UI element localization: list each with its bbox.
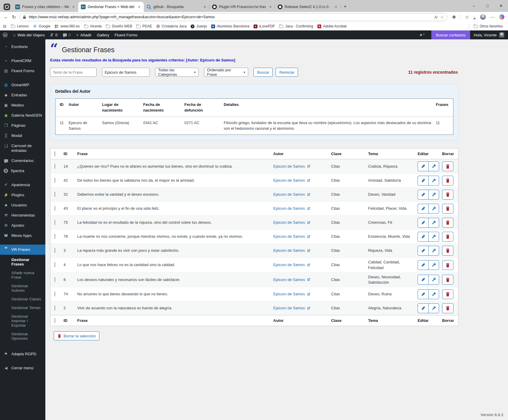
bookmark-item[interactable]: PDAE — [134, 23, 154, 29]
bookmark-item[interactable]: iLovePDF — [251, 23, 277, 29]
sidebar-item[interactable]: ✐ Apariencia — [0, 180, 45, 190]
sidebar-submenu-item[interactable]: Gestionar Frases — [0, 255, 45, 268]
bookmark-item[interactable]: Jaca - Confirming — [277, 23, 315, 29]
author-link[interactable]: Epicuro de Samos — [273, 234, 311, 239]
delete-selection-button[interactable]: Borrar la selección — [54, 331, 99, 340]
other-favorites-button[interactable]: Otros favoritos — [472, 23, 505, 29]
sidebar-submenu-item[interactable]: Gestionar Opciones — [0, 330, 45, 343]
author-link[interactable]: Epicuro de Samos — [273, 178, 311, 183]
sidebar-item[interactable]: ╳ Modal — [0, 131, 45, 141]
workspace-icon[interactable] — [4, 4, 10, 10]
browser-tab[interactable]: Release Select2 4.1.0-rc.0 · select2 ✕ — [275, 2, 341, 12]
row-checkbox[interactable] — [55, 220, 55, 225]
sidebar-item[interactable]: ❏ Carrusel de entradas — [0, 141, 45, 156]
edit-pencil-button[interactable] — [418, 304, 428, 313]
read-aloud-icon[interactable]: A⁾ — [434, 15, 438, 19]
bookmark-item[interactable]: www.060.es — [53, 23, 82, 29]
delete-button[interactable] — [442, 204, 453, 214]
edit-wrench-button[interactable] — [428, 246, 439, 255]
sidebar-item[interactable]: ◆ Entradas — [0, 90, 45, 100]
reset-button[interactable]: Reiniciar — [276, 68, 298, 77]
sidebar-item[interactable]: ⚒ Herramientas — [0, 210, 45, 220]
tab-close-icon[interactable]: ✕ — [268, 4, 273, 10]
sidebar-item[interactable]: ≈ FluentCRM — [0, 56, 45, 66]
tab-close-icon[interactable]: ✕ — [202, 4, 207, 10]
author-input[interactable] — [102, 68, 150, 77]
author-link[interactable]: Epicuro de Samos — [273, 206, 311, 211]
author-link[interactable]: Epicuro de Samos — [273, 277, 311, 282]
sidebar-item[interactable]: M Meow Apps — [0, 231, 45, 241]
sidebar-item[interactable]: ⚙ Ajustes — [0, 220, 45, 231]
author-link[interactable]: Epicuro de Samos — [273, 164, 311, 169]
sidebar-submenu-item[interactable]: Gestionar Clases — [0, 295, 45, 303]
bookmark-item[interactable]: Juanjo — [189, 23, 209, 29]
edit-pencil-button[interactable] — [418, 162, 428, 171]
address-bar[interactable]: https://www.vruiz.net/wp-admin/admin.php… — [19, 13, 447, 21]
edit-wrench-button[interactable] — [428, 218, 439, 227]
edit-wrench-button[interactable] — [428, 232, 439, 241]
tab-close-icon[interactable]: ✕ — [71, 4, 76, 10]
sidebar-item[interactable]: ❐ Páginas — [0, 121, 45, 131]
comments-indicator[interactable]: 0 — [60, 30, 73, 39]
tab-close-icon[interactable]: ✕ — [333, 4, 339, 10]
edit-pencil-button[interactable] — [418, 232, 428, 241]
order-select[interactable]: Ordenado por Frase ▾ — [204, 68, 248, 77]
sidebar-item[interactable]: ☻ Usuarios — [0, 200, 45, 210]
new-tab-button[interactable]: + — [341, 4, 350, 12]
edit-wrench-button[interactable] — [428, 304, 439, 313]
delete-button[interactable] — [442, 275, 453, 285]
maximize-button[interactable]: □ — [481, 0, 494, 12]
browser-tab[interactable]: Gestionar Frases < Web del Viajero ✕ — [78, 2, 144, 12]
updates-indicator[interactable]: ⇵ 0 — [47, 30, 60, 39]
tab-close-icon[interactable]: ✕ — [137, 4, 142, 10]
row-checkbox[interactable] — [55, 291, 55, 297]
account-menu[interactable]: Hola, Vicente — [470, 32, 508, 38]
reload-button[interactable]: ↻ — [12, 14, 16, 20]
browser-tab[interactable]: github - Búsqueda ✕ — [144, 2, 209, 12]
sidebar-item[interactable]: ◔ Escritorio — [0, 42, 45, 52]
bookmark-item[interactable]: Adobe Acrobat — [315, 23, 349, 29]
edit-pencil-button[interactable] — [418, 290, 428, 299]
bookmark-item[interactable]: Google — [31, 23, 53, 29]
wordpress-logo-icon[interactable]: Ⓦ — [0, 30, 10, 39]
delete-button[interactable] — [442, 260, 453, 270]
select-all-checkbox[interactable] — [55, 151, 55, 156]
edit-pencil-button[interactable] — [418, 176, 428, 185]
search-button[interactable]: Buscar — [254, 68, 273, 77]
site-home-link[interactable]: ⌂ Web del Viajero — [10, 30, 47, 39]
bookmark-item[interactable]: Lenovo — [9, 23, 31, 29]
gallery-menu[interactable]: Gallery — [94, 30, 112, 39]
author-link[interactable]: Epicuro de Samos — [273, 305, 311, 311]
row-checkbox[interactable] — [55, 248, 55, 253]
bookmark-item[interactable]: Diseño WEB — [104, 23, 134, 29]
collections-icon[interactable]: ⊟ — [3, 24, 7, 29]
sidebar-item[interactable]: ⚑ Adapta RGPD — [0, 349, 45, 359]
phrase-text-input[interactable] — [50, 68, 97, 77]
downloads-icon[interactable]: ↓ — [473, 15, 476, 19]
edit-wrench-button[interactable] — [428, 190, 439, 199]
author-link[interactable]: Epicuro de Samos — [273, 192, 311, 197]
edit-wrench-button[interactable] — [428, 275, 439, 284]
edit-pencil-button[interactable] — [418, 204, 428, 213]
row-checkbox[interactable] — [55, 234, 55, 239]
author-link[interactable]: Epicuro de Samos — [273, 262, 311, 268]
back-button[interactable]: ← — [4, 14, 8, 20]
sidebar-item[interactable]: ⚡ Plugins — [0, 190, 45, 200]
sidebar-submenu-item[interactable]: Gestionar Autores — [0, 282, 45, 295]
edit-pencil-button[interactable] — [418, 218, 428, 227]
row-checkbox[interactable] — [55, 262, 55, 267]
extensions-icon[interactable]: ❖ — [452, 14, 456, 20]
sidebar-item[interactable]: ◀ Cerrar menú — [0, 363, 45, 373]
edit-wrench-button[interactable] — [428, 162, 439, 171]
minimize-button[interactable]: – — [467, 0, 481, 12]
row-checkbox[interactable] — [55, 192, 55, 197]
bookmark-item[interactable]: Cristalería Jaca — [154, 23, 189, 29]
sidebar-item[interactable]: ◎ OceanWP — [0, 80, 45, 90]
row-checkbox[interactable] — [55, 277, 55, 282]
edit-wrench-button[interactable] — [428, 290, 439, 299]
search-contacts-button[interactable]: Buscar contactos — [431, 30, 470, 39]
edit-pencil-button[interactable] — [418, 246, 428, 255]
delete-button[interactable] — [442, 190, 453, 200]
close-button[interactable]: ✕ — [494, 0, 508, 12]
category-select[interactable]: Todas las Categorías ▾ — [155, 68, 199, 77]
